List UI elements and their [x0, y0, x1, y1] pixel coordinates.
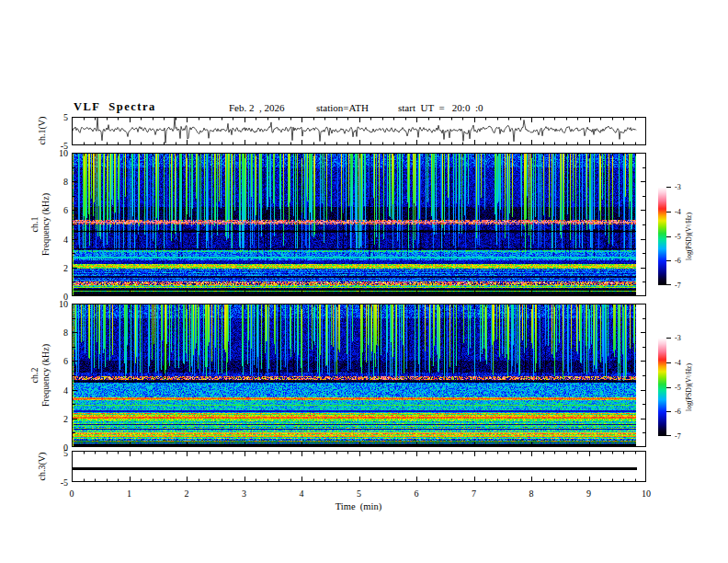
plot-title: VLF Spectra — [74, 100, 156, 114]
time-tick-label: 5 — [357, 488, 361, 499]
colorbar-tick-label: -7 — [675, 432, 681, 441]
ch2-freq-tick-label: 6 — [40, 356, 68, 366]
colorbar-ch2 — [658, 338, 673, 437]
time-tick-label: 2 — [185, 488, 189, 499]
ch3-volts-tick-label: -5 — [40, 477, 68, 488]
vlf-spectra-figure: VLF Spectra Feb. 2 , 2026 station=ATH st… — [0, 0, 728, 563]
colorbar-tick-label: -3 — [675, 334, 681, 342]
time-tick-label: 3 — [242, 488, 246, 499]
time-tick-label: 1 — [127, 488, 131, 499]
ch1-frequency-axis-label: ch.1 Frequency (kHz) — [29, 193, 51, 256]
ch1-freq-tick-label: 4 — [40, 234, 68, 244]
station-label: station=ATH — [316, 102, 369, 113]
time-axis-title: Time (min) — [336, 501, 381, 511]
time-tick-label: 4 — [300, 488, 304, 499]
ch2-freq-tick-label: 8 — [40, 327, 68, 338]
ch1-freq-tick-label: 8 — [40, 177, 68, 187]
colorbar-ch1 — [658, 187, 673, 286]
colorbar-ch1-title: log(PSD)(V²/Hz) — [685, 213, 693, 260]
time-tick-label: 6 — [415, 488, 419, 499]
ch1-spectrogram-panel — [72, 153, 646, 296]
ch2-freq-tick-label: 4 — [40, 385, 68, 395]
colorbar-tick-label: -6 — [675, 257, 681, 265]
ch2-frequency-axis-label: ch.2 Frequency (kHz) — [29, 344, 51, 407]
ch2-axis-label-line1: ch.2 — [29, 344, 40, 407]
colorbar-tick-label: -4 — [675, 207, 681, 215]
time-tick-label: 9 — [586, 488, 591, 499]
ch2-axis-label-line2: Frequency (kHz) — [40, 344, 51, 407]
ch1-axis-label-line2: Frequency (kHz) — [40, 193, 51, 256]
colorbar-tick-label: -5 — [675, 383, 681, 391]
ch1-axis-label-line1: ch.1 — [29, 193, 40, 256]
time-tick-label: 0 — [70, 488, 74, 499]
ch1-freq-tick-label: 2 — [40, 262, 68, 272]
ch2-spectrogram-panel — [72, 304, 646, 447]
colorbar-ch2-title: log(PSD)(V²/Hz) — [685, 363, 693, 411]
colorbar-tick-label: -3 — [675, 183, 681, 191]
colorbar-tick-label: -6 — [675, 408, 681, 416]
ch1-freq-tick-label: 6 — [40, 205, 68, 215]
ch3-voltage-waveform-panel — [72, 451, 646, 482]
ch2-freq-tick-label: 0 — [40, 442, 68, 453]
ch1-voltage-waveform-panel — [72, 117, 646, 145]
time-tick-label: 8 — [529, 488, 534, 499]
start-ut-label: start UT = 20:0 :0 — [398, 102, 483, 113]
ch1-freq-tick-label: 10 — [40, 148, 68, 158]
colorbar-tick-label: -7 — [675, 282, 681, 290]
ch2-freq-tick-label: 2 — [40, 413, 68, 423]
colorbar-tick-label: -4 — [675, 358, 681, 366]
date-label: Feb. 2 , 2026 — [229, 102, 285, 113]
time-tick-label: 10 — [642, 488, 651, 499]
ch2-freq-tick-label: 10 — [40, 299, 68, 309]
colorbar-tick-label: -5 — [675, 232, 681, 240]
time-tick-label: 7 — [472, 488, 476, 499]
ch1-volts-tick-label: 5 — [40, 112, 68, 122]
